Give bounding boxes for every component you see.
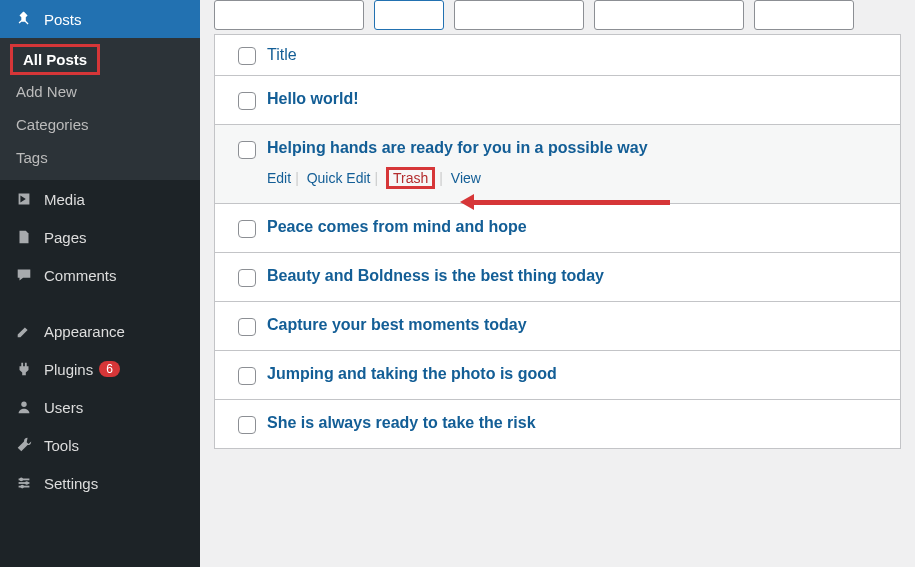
quick-edit-link[interactable]: Quick Edit <box>307 170 371 186</box>
post-title-link[interactable]: Peace comes from mind and hope <box>267 218 527 235</box>
sidebar-item-appearance[interactable]: Appearance <box>0 312 200 350</box>
users-icon <box>14 398 34 416</box>
post-title-link[interactable]: Hello world! <box>267 90 359 107</box>
posts-table: Title Hello world! Helping hands are rea… <box>214 34 901 449</box>
comments-icon <box>14 266 34 284</box>
filter-box-2[interactable] <box>454 0 584 30</box>
sidebar-label-plugins: Plugins <box>44 361 93 378</box>
tools-icon <box>14 436 34 454</box>
row-checkbox[interactable] <box>238 367 256 385</box>
table-header: Title <box>215 35 900 76</box>
row-checkbox[interactable] <box>238 220 256 238</box>
apply-button[interactable] <box>374 0 444 30</box>
sidebar-separator <box>0 294 200 312</box>
sidebar-item-media[interactable]: Media <box>0 180 200 218</box>
row-checkbox[interactable] <box>238 416 256 434</box>
table-row: She is always ready to take the risk <box>215 400 900 448</box>
submenu-tags[interactable]: Tags <box>0 141 62 174</box>
sidebar-label-appearance: Appearance <box>44 323 125 340</box>
sidebar-item-posts[interactable]: Posts <box>0 0 200 38</box>
filter-box-3[interactable] <box>594 0 744 30</box>
trash-link[interactable]: Trash <box>393 170 428 186</box>
plugins-badge: 6 <box>99 361 120 377</box>
post-title-link[interactable]: Helping hands are ready for you in a pos… <box>267 139 648 156</box>
sidebar-item-settings[interactable]: Settings <box>0 464 200 502</box>
row-actions: Edit| Quick Edit| Trash| View <box>267 167 888 189</box>
sidebar-item-users[interactable]: Users <box>0 388 200 426</box>
sidebar-label-tools: Tools <box>44 437 79 454</box>
table-row: Helping hands are ready for you in a pos… <box>215 125 900 204</box>
svg-point-5 <box>25 481 29 485</box>
edit-link[interactable]: Edit <box>267 170 291 186</box>
filter-bar <box>200 0 915 34</box>
table-row: Beauty and Boldness is the best thing to… <box>215 253 900 302</box>
svg-point-6 <box>20 485 24 489</box>
sidebar-label-posts: Posts <box>44 11 82 28</box>
post-title-link[interactable]: Jumping and taking the photo is good <box>267 365 557 382</box>
post-title-link[interactable]: Beauty and Boldness is the best thing to… <box>267 267 604 284</box>
row-checkbox[interactable] <box>238 92 256 110</box>
filter-box-4[interactable] <box>754 0 854 30</box>
settings-icon <box>14 474 34 492</box>
submenu-categories[interactable]: Categories <box>0 108 103 141</box>
svg-point-0 <box>21 402 26 407</box>
table-row: Capture your best moments today <box>215 302 900 351</box>
sidebar-item-comments[interactable]: Comments <box>0 256 200 294</box>
column-title[interactable]: Title <box>267 46 297 63</box>
plugins-icon <box>14 360 34 378</box>
table-row: Jumping and taking the photo is good <box>215 351 900 400</box>
submenu-all-posts[interactable]: All Posts <box>10 44 100 75</box>
sidebar-label-users: Users <box>44 399 83 416</box>
filter-box-1[interactable] <box>214 0 364 30</box>
sidebar-label-comments: Comments <box>44 267 117 284</box>
pin-icon <box>14 10 34 28</box>
row-checkbox[interactable] <box>238 269 256 287</box>
post-title-link[interactable]: Capture your best moments today <box>267 316 527 333</box>
sidebar-item-tools[interactable]: Tools <box>0 426 200 464</box>
table-row: Peace comes from mind and hope <box>215 204 900 253</box>
submenu-add-new[interactable]: Add New <box>0 75 91 108</box>
select-all-checkbox[interactable] <box>238 47 256 65</box>
sidebar-item-plugins[interactable]: Plugins 6 <box>0 350 200 388</box>
sidebar-label-media: Media <box>44 191 85 208</box>
admin-sidebar: Posts All Posts Add New Categories Tags … <box>0 0 200 567</box>
row-checkbox[interactable] <box>238 318 256 336</box>
pages-icon <box>14 228 34 246</box>
post-title-link[interactable]: She is always ready to take the risk <box>267 414 536 431</box>
sidebar-item-pages[interactable]: Pages <box>0 218 200 256</box>
media-icon <box>14 190 34 208</box>
svg-point-4 <box>20 478 24 482</box>
posts-submenu: All Posts Add New Categories Tags <box>0 38 200 180</box>
main-content: Title Hello world! Helping hands are rea… <box>200 0 915 567</box>
sidebar-label-pages: Pages <box>44 229 87 246</box>
sidebar-label-settings: Settings <box>44 475 98 492</box>
table-row: Hello world! <box>215 76 900 125</box>
row-checkbox[interactable] <box>238 141 256 159</box>
view-link[interactable]: View <box>451 170 481 186</box>
appearance-icon <box>14 322 34 340</box>
